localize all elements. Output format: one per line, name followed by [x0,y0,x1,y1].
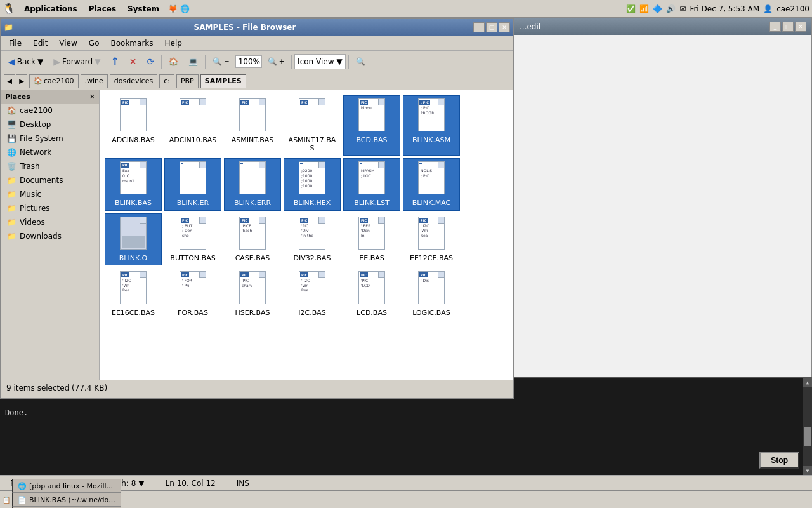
search-button[interactable]: 🔍 [351,53,370,70]
menu-file[interactable]: File [4,37,27,49]
file-item[interactable]: MPASM; LOC BLINK.LST [343,158,400,210]
nav-right[interactable]: ▶ [16,74,27,88]
stop-button[interactable]: ✕ [125,53,141,70]
maximize-button[interactable]: □ [486,22,497,32]
minimize-button[interactable]: _ [473,22,485,32]
firefox-icon[interactable]: 🦊 [168,4,178,13]
system-menu[interactable]: System [122,3,164,15]
sidebar-item-network[interactable]: 🌐Network [1,145,99,159]
file-item[interactable]: PIC ADCIN10.BAS [164,95,221,156]
file-name: ADCIN10.BAS [169,136,217,144]
system-bar: 🐧 Applications Places System 🦊 🌐 ✅ 📶 🔷 🔊… [0,0,812,18]
back-button[interactable]: ◀ Back ▼ [4,53,48,70]
window-controls: _ □ ✕ [473,22,510,32]
view-mode-select[interactable]: Icon View ▼ [294,54,346,69]
file-name: ADCIN8.BAS [112,136,155,144]
file-item[interactable]: PIC ASMINT.BAS [224,95,281,156]
file-grid[interactable]: PIC ADCIN8.BAS PIC ADCIN10.BAS PIC ASMIN… [100,90,513,380]
file-type-badge: PIC [419,272,428,277]
forward-button[interactable]: ▶ Forward ▼ [49,53,105,70]
editor-maximize[interactable]: □ [782,22,794,32]
editor-close[interactable]: ✕ [795,22,806,32]
taskbar-item-0[interactable]: 🌐[pbp and linux - Mozill... [12,479,121,493]
file-item[interactable]: PIC 'PIC'Div'in the DIV32.BAS [284,213,341,265]
sidebar-item-documents[interactable]: 📁Documents [1,173,99,187]
file-icon: PIC binou [357,98,387,134]
sidebar-item-trash[interactable]: 🗑️Trash [1,159,99,173]
file-type-badge: PIC [181,272,189,277]
sidebar-item-pictures[interactable]: 📁Pictures [1,201,99,215]
file-item[interactable]: PIC ' I2C'WriRea EE16CE.BAS [105,268,162,320]
file-item[interactable]: PIC ' EEP'DenIni EE.BAS [343,213,400,265]
breadcrumb-dosdevices[interactable]: dosdevices [110,74,157,88]
file-item[interactable]: PIC ' I2C'WriRea EE12CE.BAS [403,213,460,265]
refresh-button[interactable]: ⟳ [143,53,159,70]
sidebar-item-label: Downloads [20,232,62,241]
menu-view[interactable]: View [54,37,82,49]
sidebar-item-downloads[interactable]: 📁Downloads [1,229,99,243]
file-item[interactable]: PIC ASMINT17.BAS [284,95,341,156]
shell-scroll-thumb[interactable] [804,427,811,446]
browser-icon[interactable]: 🌐 [180,4,190,13]
bluetooth-icon: 🔷 [653,4,662,13]
breadcrumb-cae2100-label: cae2100 [44,77,74,85]
sidebar-item-videos[interactable]: 📁Videos [1,215,99,229]
breadcrumb-c[interactable]: c: [159,74,174,88]
shell-scroll-down[interactable]: ▼ [803,466,812,475]
menu-go[interactable]: Go [84,37,105,49]
breadcrumb-home-icon: 🏠 [34,77,43,85]
up-button[interactable]: ↑ [106,53,123,70]
file-item[interactable]: PIC ' Dis LOGIC.BAS [403,268,460,320]
forward-icon: ▶ [53,57,60,67]
file-item[interactable]: PIC ; BUT; Densho BUTTON.BAS [164,213,221,265]
file-item[interactable]: PIC 'PICB'Each CASE.BAS [224,213,281,265]
stop-button[interactable]: Stop [759,452,799,469]
file-item[interactable]: PIC ADCIN8.BAS [105,95,162,156]
file-item[interactable]: BLINK.O [105,213,162,265]
file-icon: PIC ' Dis [416,271,447,307]
file-type-badge [300,163,303,164]
places-menu[interactable]: Places [84,3,121,15]
zoom-out-button[interactable]: 🔍− [208,53,233,70]
close-button[interactable]: ✕ [499,22,510,32]
file-type-badge: PIC [360,218,368,223]
location-bar: ◀ ▶ 🏠 cae2100 .wine dosdevices c: PBP SA… [1,72,513,90]
file-item[interactable]: PIC 'PIC'LCD LCD.BAS [343,268,400,320]
file-fold [318,272,325,278]
file-fold [259,162,265,168]
sidebar-item-desktop[interactable]: 🖥️Desktop [1,117,99,131]
menu-help[interactable]: Help [160,37,187,49]
menu-bookmarks[interactable]: Bookmarks [105,37,158,49]
sidebar-item-file-system[interactable]: 💾File System [1,131,99,145]
computer-button[interactable]: 💻 [184,53,202,70]
breadcrumb-samples[interactable]: SAMPLES [200,74,246,88]
taskbar-item-1[interactable]: 📄BLINK.BAS (~/.wine/do... [12,493,121,507]
zoom-value-display: 100% [235,55,262,68]
home-button[interactable]: 🏠 [164,53,183,70]
breadcrumb-wine[interactable]: .wine [81,74,108,88]
file-item[interactable]: BLINK.ER [164,158,221,210]
file-item[interactable]: PIC 'PICcharv HSER.BAS [224,268,281,320]
file-item[interactable]: ; PIC ; PICPROGR BLINK.ASM [403,95,460,156]
zoom-in-button[interactable]: 🔍+ [263,53,289,70]
breadcrumb-cae2100[interactable]: 🏠 cae2100 [29,74,79,88]
applications-menu[interactable]: Applications [19,3,82,15]
menu-edit[interactable]: Edit [28,37,53,49]
file-name: ASMINT.BAS [232,136,273,144]
editor-minimize[interactable]: _ [769,22,781,32]
file-item[interactable]: ;0200;1000;1000;1000 BLINK.HEX [284,158,341,210]
sidebar-item-cae2100[interactable]: 🏠cae2100 [1,104,99,117]
file-item[interactable]: PIC ' I2C'WriRea I2C.BAS [284,268,341,320]
shell-scroll-up[interactable]: ▲ [803,378,812,387]
file-item[interactable]: NOLIS; PIC BLINK.MAC [403,158,460,210]
file-item[interactable]: BLINK.ERR [224,158,281,210]
file-item[interactable]: PIC binou BCD.BAS [343,95,400,156]
breadcrumb-pbp[interactable]: PBP [176,74,199,88]
sidebar-item-music[interactable]: 📁Music [1,187,99,201]
file-item[interactable]: PIC Exa0_Cmain1 BLINK.BAS [105,158,162,210]
sidebar-close-icon[interactable]: ✕ [89,93,95,101]
file-fold [438,162,444,168]
tab-width-arrow[interactable]: ▼ [138,479,144,488]
nav-left[interactable]: ◀ [4,74,15,88]
file-item[interactable]: PIC ' FOR' Pri FOR.BAS [164,268,221,320]
